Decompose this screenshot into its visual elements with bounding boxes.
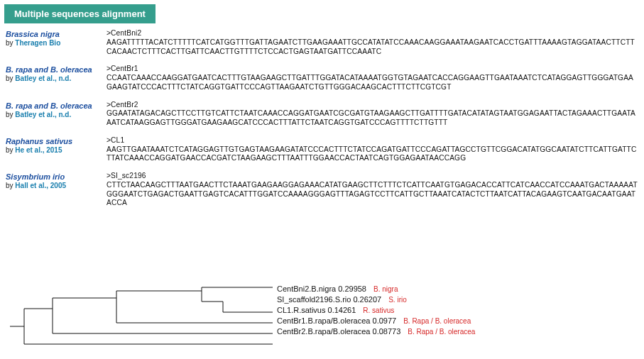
author-link[interactable]: Hall et al., 2005 [15,182,66,189]
by-word: by [6,74,15,82]
sequence-text: AAGTTGAATAAATCTCATAGGAGTTGTGAGTAAGAAGATA… [107,145,638,164]
sequence-body: >CL1 AAGTTGAATAAATCTCATAGGAGTTGTGAGTAAGA… [107,136,638,163]
sequence-text: GGAATATAGACAGCTTCCTTGTCATTCTAATCAAACCAGG… [107,109,638,128]
sequence-meta: B. rapa and B. oleracea by Batley et al.… [6,65,107,83]
sequence-id: >SI_sc2196 [107,172,638,181]
sequence-text: AAGATTTTTACATCTTTTTCATCATGGTTTGATTAGAATC… [107,38,638,57]
tree-label: CentBr2.B.rapa/B.oleracea 0.08773 [277,327,400,336]
tree-svg [10,284,277,348]
by-word: by [6,39,15,47]
tree-label: CentBr1.B.rapa/B.oleracea 0.0977 [277,316,396,325]
tree-species-annot: B. Rapa / B. oleracea [408,328,475,336]
sequence-byline: by Batley et al., n.d. [6,111,107,119]
sequence-id: >CentBr1 [107,65,638,74]
tree-label: CL1.R.sativus 0.14261 [277,306,356,314]
tree-labels: CentBni2.B.nigra 0.29958B. nigra SI_scaf… [277,284,475,337]
sequence-body: >CentBr2 GGAATATAGACAGCTTCCTTGTCATTCTAAT… [107,101,638,128]
tree-label: CentBni2.B.nigra 0.29958 [277,285,366,293]
sequence-meta: B. rapa and B. oleracea by Batley et al.… [6,101,107,119]
tree-entry: CentBni2.B.nigra 0.29958B. nigra [277,284,475,294]
by-word: by [6,111,15,118]
sequence-id: >CentBni2 [107,29,638,38]
sequence-row: Brassica nigra by Theragen Bio >CentBni2… [0,26,644,62]
tree-species-annot: S. irio [388,296,407,304]
species-name: B. rapa and B. oleracea [6,101,107,111]
sequence-body: >CentBr1 CCAATCAAACCAAGGATGAATCACTTTGTAA… [107,65,638,92]
tree-species-annot: R. sativus [363,306,394,314]
by-word: by [6,146,15,154]
tree-label: SI_scaffold2196.S.rio 0.26207 [277,295,381,304]
sequence-text: CCAATCAAACCAAGGATGAATCACTTTGTAAGAAGCTTGA… [107,74,638,92]
sequence-byline: by Batley et al., n.d. [6,74,107,83]
author-link[interactable]: Batley et al., n.d. [15,111,71,118]
tree-entry: SI_scaffold2196.S.rio 0.26207S. irio [277,294,475,305]
sequence-row: B. rapa and B. oleracea by Batley et al.… [0,62,644,97]
sequence-meta: Sisymbrium irio by Hall et al., 2005 [6,172,107,190]
section-title-badge: Multiple sequences alignment [4,4,155,23]
species-name: Brassica nigra [6,30,107,39]
author-link[interactable]: Theragen Bio [15,39,60,47]
sequence-row: Sisymbrium irio by Hall et al., 2005 >SI… [0,169,644,214]
sequence-body: >SI_sc2196 CTTCTAACAAGCTTTAATGAACTTCTAAA… [107,172,638,208]
sequence-meta: Brassica nigra by Theragen Bio [6,29,107,48]
sequence-meta: Raphanus sativus by He et al., 2015 [6,136,107,155]
sequence-row: Raphanus sativus by He et al., 2015 >CL1… [0,133,644,169]
tree-entry: CentBr2.B.rapa/B.oleracea 0.08773B. Rapa… [277,326,475,337]
sequence-byline: by He et al., 2015 [6,146,107,155]
sequence-byline: by Theragen Bio [6,39,107,48]
sequence-id: >CL1 [107,136,638,145]
tree-entry: CL1.R.sativus 0.14261R. sativus [277,305,475,316]
species-name: Raphanus sativus [6,137,107,146]
tree-species-annot: B. nigra [373,285,398,293]
tree-species-annot: B. Rapa / B. oleracea [403,317,471,325]
phylogenetic-tree: CentBni2.B.nigra 0.29958B. nigra SI_scaf… [0,274,644,352]
sequence-byline: by Hall et al., 2005 [6,182,107,190]
author-link[interactable]: Batley et al., n.d. [15,74,71,82]
by-word: by [6,182,15,189]
sequence-body: >CentBni2 AAGATTTTTACATCTTTTTCATCATGGTTT… [107,29,638,56]
author-link[interactable]: He et al., 2015 [15,146,62,154]
species-name: B. rapa and B. oleracea [6,65,107,74]
sequence-id: >CentBr2 [107,101,638,110]
species-name: Sisymbrium irio [6,172,107,182]
sequence-text: CTTCTAACAAGCTTTAATGAACTTCTAAATGAAGAAGGAG… [107,181,638,208]
tree-entry: CentBr1.B.rapa/B.oleracea 0.0977B. Rapa … [277,316,475,326]
sequence-row: B. rapa and B. oleracea by Batley et al.… [0,98,644,133]
